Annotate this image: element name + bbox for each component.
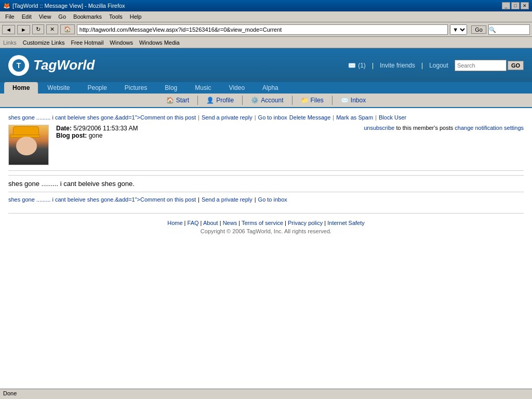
mark-as-spam-link[interactable]: Mark as Spam (336, 114, 373, 121)
tab-website[interactable]: Website (39, 82, 78, 94)
profile-icon: 👤 (206, 97, 214, 104)
date-value: 5/29/2006 11:53:33 AM (73, 125, 138, 132)
windows-media-link[interactable]: Windows Media (139, 39, 180, 46)
send-private-reply-top[interactable]: Send a private reply (202, 114, 252, 121)
date-label: Date: (56, 125, 72, 132)
subnav-account[interactable]: ⚙️ Account (243, 96, 292, 105)
windows-link[interactable]: Windows (110, 39, 133, 46)
tab-people[interactable]: People (79, 82, 115, 94)
avatar-box (8, 125, 50, 166)
tab-pictures[interactable]: Pictures (116, 82, 155, 94)
search-go-button[interactable]: GO (508, 61, 524, 70)
invite-friends-link[interactable]: Invite friends (380, 62, 415, 69)
tab-music[interactable]: Music (187, 82, 219, 94)
forward-button[interactable]: ► (17, 25, 30, 34)
account-icon: ⚙️ (251, 97, 259, 104)
title-bar: 🦊 [TagWorld :: Message View] - Mozilla F… (0, 0, 532, 11)
go-button[interactable]: Go (471, 25, 486, 34)
stop-button[interactable]: ✕ (46, 24, 58, 34)
blog-post-line: Blog post: gone (56, 132, 524, 139)
divider-2: | (421, 62, 423, 69)
tab-home[interactable]: Home (4, 82, 38, 94)
footer-safety[interactable]: Internet Safety (327, 220, 365, 226)
inbox-area[interactable]: ✉️ (1) (348, 62, 366, 69)
home-button[interactable]: 🏠 (60, 24, 75, 34)
nav-tabs: Home Website People Pictures Blog Music … (0, 82, 532, 94)
footer-news[interactable]: News (223, 220, 237, 226)
customize-links[interactable]: Customize Links (23, 39, 65, 46)
quick-search-input[interactable] (488, 24, 530, 35)
free-hotmail[interactable]: Free Hotmail (71, 39, 103, 46)
logo-icon: T (8, 55, 29, 76)
inbox-count-link[interactable]: (1) (358, 62, 366, 69)
svg-text:T: T (17, 61, 21, 70)
menu-edit[interactable]: Edit (19, 12, 35, 21)
inbox-icon: ✉️ (348, 62, 356, 69)
blog-post-value: gone (89, 132, 103, 139)
search-input[interactable] (455, 60, 507, 71)
logout-link[interactable]: Logout (429, 62, 448, 69)
main-content: shes gone ......... i cant beleive shes … (0, 108, 532, 247)
inbox-nav-icon: ✉️ (341, 97, 349, 104)
hr-divider (8, 170, 524, 171)
refresh-button[interactable]: ↻ (32, 24, 44, 34)
sep1: | (198, 114, 200, 121)
sep-b2: | (255, 196, 256, 203)
tab-blog[interactable]: Blog (156, 82, 185, 94)
send-private-reply-bottom[interactable]: Send a private reply (202, 196, 252, 203)
change-notification-link[interactable]: change notification settings (455, 125, 524, 131)
go-to-inbox-bottom[interactable]: Go to inbox (258, 196, 287, 203)
footer-privacy[interactable]: Privacy policy (288, 220, 323, 226)
divider-1: | (372, 62, 374, 69)
footer-about[interactable]: About (203, 220, 218, 226)
header-right: ✉️ (1) | Invite friends | Logout GO (348, 60, 524, 71)
footer: Home | FAQ | About | News | Terms of ser… (8, 213, 524, 241)
menu-tools[interactable]: Tools (106, 12, 126, 21)
footer-home[interactable]: Home (167, 220, 182, 226)
avatar (8, 125, 49, 165)
block-user-link[interactable]: Block User (379, 114, 406, 121)
menu-help[interactable]: Help (127, 12, 145, 21)
footer-copyright: Copyright © 2006 TagWorld, Inc. All righ… (15, 228, 517, 234)
subnav-files[interactable]: 📁 Files (292, 96, 332, 105)
menu-view[interactable]: View (36, 12, 55, 21)
menu-go[interactable]: Go (55, 12, 69, 21)
delete-message-link[interactable]: Delete Message (289, 114, 331, 121)
maximize-button[interactable]: □ (511, 2, 520, 9)
comment-on-post-link-bottom[interactable]: shes gone ......... i cant beleive shes … (8, 196, 196, 203)
avatar-face (16, 137, 37, 155)
logo-text: TagWorld (33, 57, 95, 73)
subnav-start[interactable]: 🏠 Start (158, 96, 198, 105)
tab-alpha[interactable]: Alpha (254, 82, 287, 94)
tab-video[interactable]: Video (221, 82, 253, 94)
sub-nav: 🏠 Start 👤 Profile ⚙️ Account 📁 Files ✉️ … (0, 94, 532, 108)
title-bar-controls: _ □ ✕ (502, 2, 529, 9)
post-info: unsubscribe to this member's posts chang… (56, 125, 524, 166)
go-to-inbox-top[interactable]: Go to inbox (258, 114, 287, 121)
comment-on-post-link-top[interactable]: shes gone ......... i cant beleive shes … (8, 114, 196, 121)
firefox-icon: 🦊 (3, 3, 10, 9)
post-area: unsubscribe to this member's posts chang… (8, 125, 524, 166)
address-dropdown[interactable]: ▼ (450, 24, 467, 35)
logo-area: T TagWorld (8, 55, 95, 76)
menu-bar: File Edit View Go Bookmarks Tools Help (0, 11, 532, 22)
menu-bookmarks[interactable]: Bookmarks (70, 12, 105, 21)
unsubscribe-text: to this member's posts (396, 125, 454, 131)
footer-terms[interactable]: Terms of service (242, 220, 283, 226)
sep4: | (375, 114, 377, 121)
sep3: | (332, 114, 334, 121)
subnav-profile[interactable]: 👤 Profile (198, 96, 243, 105)
sep2: | (255, 114, 256, 121)
post-text: shes gone ......... i cant beleive shes … (8, 175, 524, 192)
unsubscribe-area: unsubscribe to this member's posts chang… (364, 125, 524, 131)
back-button[interactable]: ◄ (2, 25, 15, 34)
post-bottom-links: shes gone ......... i cant beleive shes … (8, 196, 524, 203)
subnav-inbox[interactable]: ✉️ Inbox (332, 96, 374, 105)
address-input[interactable] (77, 24, 448, 35)
menu-file[interactable]: File (2, 12, 18, 21)
unsubscribe-link[interactable]: unsubscribe (364, 125, 394, 131)
minimize-button[interactable]: _ (502, 2, 510, 9)
footer-links: Home | FAQ | About | News | Terms of ser… (15, 220, 517, 226)
close-button[interactable]: ✕ (521, 2, 529, 9)
footer-faq[interactable]: FAQ (188, 220, 199, 226)
